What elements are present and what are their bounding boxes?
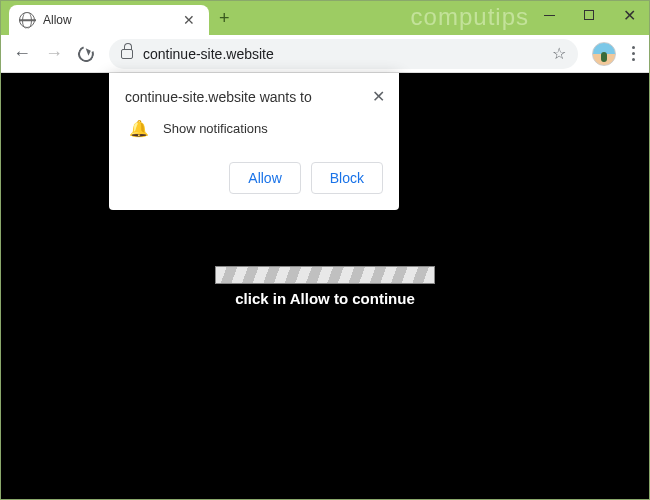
permission-item: 🔔 Show notifications [125, 119, 383, 138]
address-bar[interactable]: continue-site.website ☆ [109, 39, 578, 69]
browser-toolbar: ← → continue-site.website ☆ [1, 35, 649, 73]
maximize-icon [584, 10, 594, 20]
permission-label: Show notifications [163, 121, 268, 136]
arrow-left-icon: ← [13, 43, 31, 64]
permission-header: continue-site.website wants to [125, 89, 383, 105]
window-controls: ✕ [529, 1, 649, 29]
block-button[interactable]: Block [311, 162, 383, 194]
permission-buttons: Allow Block [125, 162, 383, 194]
minimize-button[interactable] [529, 1, 569, 29]
arrow-right-icon: → [45, 43, 63, 64]
profile-avatar[interactable] [592, 42, 616, 66]
reload-button[interactable] [71, 39, 101, 69]
page-instruction-text: click in Allow to continue [235, 290, 414, 307]
close-window-button[interactable]: ✕ [609, 1, 649, 29]
bookmark-star-icon[interactable]: ☆ [552, 44, 566, 63]
url-text: continue-site.website [143, 46, 552, 62]
msg-suffix: to continue [330, 290, 415, 307]
back-button[interactable]: ← [7, 39, 37, 69]
bell-icon: 🔔 [129, 119, 149, 138]
menu-button[interactable] [624, 46, 643, 61]
window-titlebar: computips Allow ✕ + ✕ [1, 1, 649, 35]
popup-close-button[interactable]: ✕ [372, 87, 385, 106]
tab-title: Allow [43, 13, 179, 27]
watermark-text: computips [411, 3, 529, 31]
minimize-icon [544, 15, 555, 16]
lock-icon [121, 49, 133, 59]
permission-popup: ✕ continue-site.website wants to 🔔 Show … [109, 73, 399, 210]
page-content: ✕ continue-site.website wants to 🔔 Show … [1, 73, 649, 499]
browser-tab[interactable]: Allow ✕ [9, 5, 209, 35]
msg-prefix: click in [235, 290, 289, 307]
new-tab-button[interactable]: + [209, 4, 240, 33]
forward-button[interactable]: → [39, 39, 69, 69]
globe-icon [19, 12, 35, 28]
fake-progress-bar [215, 266, 435, 284]
close-icon: ✕ [623, 6, 636, 25]
allow-button[interactable]: Allow [229, 162, 300, 194]
msg-bold: Allow [290, 290, 330, 307]
tab-close-button[interactable]: ✕ [179, 12, 199, 28]
maximize-button[interactable] [569, 1, 609, 29]
reload-icon [75, 43, 96, 64]
